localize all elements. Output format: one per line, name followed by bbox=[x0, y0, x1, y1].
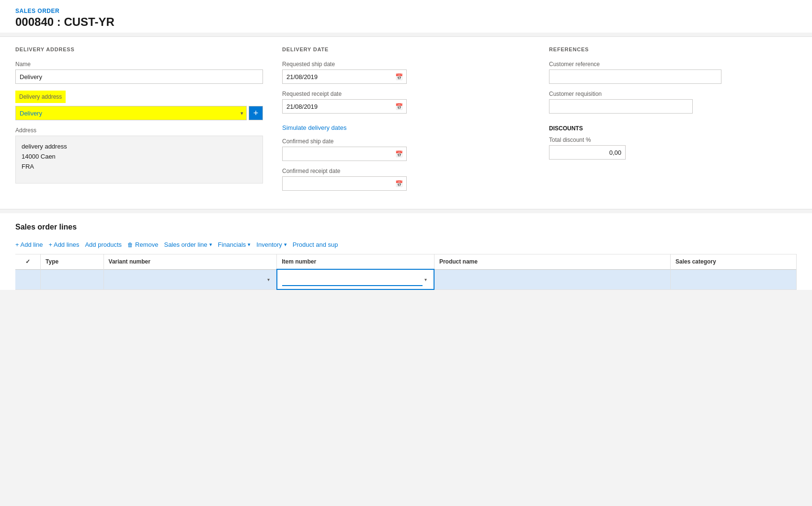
customer-reference-input[interactable] bbox=[549, 69, 721, 84]
sales-category-input[interactable] bbox=[675, 273, 791, 286]
delivery-address-field-group: Delivery address Delivery ▾ + bbox=[15, 91, 263, 120]
confirmed-receipt-label: Confirmed receipt date bbox=[282, 168, 530, 174]
remove-button[interactable]: 🗑 Remove bbox=[127, 239, 164, 250]
order-lines-table: ✓ Type Variant number Item number Produc… bbox=[15, 254, 797, 290]
form-columns: DELIVERY ADDRESS Name Delivery address D… bbox=[15, 46, 797, 197]
order-lines-heading: Sales order lines bbox=[15, 223, 797, 231]
col-type: Type bbox=[41, 254, 103, 269]
sales-order-line-chevron-icon: ▾ bbox=[209, 242, 212, 248]
page-header: SALES ORDER 000840 : CUST-YR bbox=[0, 0, 812, 33]
order-title: 000840 : CUST-YR bbox=[15, 15, 797, 29]
confirmed-ship-date-input[interactable] bbox=[283, 150, 392, 158]
add-products-button[interactable]: Add products bbox=[85, 239, 127, 250]
inventory-chevron-icon: ▾ bbox=[284, 242, 287, 248]
table-wrapper: ✓ Type Variant number Item number Produc… bbox=[15, 254, 797, 290]
financials-button[interactable]: Financials ▾ bbox=[218, 239, 257, 250]
requested-receipt-label: Requested receipt date bbox=[282, 91, 530, 97]
delivery-address-highlight-label: Delivery address bbox=[15, 91, 66, 103]
delivery-address-selected: Delivery bbox=[20, 110, 42, 117]
requested-receipt-date-wrapper: 📅 bbox=[282, 99, 407, 114]
requested-ship-label: Requested ship date bbox=[282, 61, 530, 68]
module-label: SALES ORDER bbox=[15, 8, 797, 14]
row-product-name-cell[interactable] bbox=[434, 269, 670, 289]
add-delivery-address-button[interactable]: + bbox=[249, 106, 263, 120]
item-number-dropdown-wrapper: ▾ bbox=[282, 273, 429, 286]
requested-receipt-field-group: Requested receipt date 📅 bbox=[282, 91, 530, 114]
references-col: REFERENCES Customer reference Customer r… bbox=[549, 46, 797, 197]
delivery-address-heading: DELIVERY ADDRESS bbox=[15, 46, 263, 54]
col-sales-category: Sales category bbox=[670, 254, 796, 269]
form-section: DELIVERY ADDRESS Name Delivery address D… bbox=[0, 36, 812, 209]
item-number-dropdown-btn[interactable]: ▾ bbox=[423, 277, 429, 282]
financials-chevron-icon: ▾ bbox=[248, 242, 251, 248]
customer-reference-label: Customer reference bbox=[549, 61, 797, 68]
requested-ship-field-group: Requested ship date 📅 bbox=[282, 61, 530, 84]
name-input[interactable] bbox=[15, 69, 263, 84]
col-product-name: Product name bbox=[434, 254, 670, 269]
trash-icon: 🗑 bbox=[127, 242, 133, 248]
confirmed-ship-label: Confirmed ship date bbox=[282, 138, 530, 145]
requested-receipt-calendar-icon[interactable]: 📅 bbox=[392, 99, 406, 114]
product-name-input[interactable] bbox=[439, 273, 665, 286]
total-discount-field-group: Total discount % bbox=[549, 137, 797, 160]
discounts-heading: DISCOUNTS bbox=[549, 125, 797, 132]
requested-ship-date-wrapper: 📅 bbox=[282, 69, 407, 84]
row-sales-category-cell[interactable] bbox=[670, 269, 796, 289]
variant-dropdown-btn[interactable]: ▾ bbox=[265, 277, 272, 282]
table-row: ▾ ▾ bbox=[15, 269, 797, 289]
row-item-number-cell[interactable]: ▾ bbox=[277, 269, 435, 289]
total-discount-label: Total discount % bbox=[549, 137, 797, 143]
confirmed-ship-field-group: Confirmed ship date 📅 bbox=[282, 138, 530, 161]
customer-requisition-label: Customer requisition bbox=[549, 91, 797, 97]
requested-receipt-date-input[interactable] bbox=[283, 103, 392, 110]
table-header-row: ✓ Type Variant number Item number Produc… bbox=[15, 254, 797, 269]
delivery-date-col: DELIVERY DATE Requested ship date 📅 Requ… bbox=[282, 46, 530, 197]
delivery-address-col: DELIVERY ADDRESS Name Delivery address D… bbox=[15, 46, 263, 197]
customer-requisition-field-group: Customer requisition bbox=[549, 91, 797, 114]
address-field-group: Address delivery address 14000 Caen FRA bbox=[15, 127, 263, 184]
row-variant-cell[interactable]: ▾ bbox=[103, 269, 277, 289]
confirmed-ship-date-wrapper: 📅 bbox=[282, 147, 407, 161]
dropdown-chevron-icon[interactable]: ▾ bbox=[240, 110, 243, 116]
inventory-button[interactable]: Inventory ▾ bbox=[256, 239, 292, 250]
total-discount-input[interactable] bbox=[549, 145, 626, 160]
delivery-date-heading: DELIVERY DATE bbox=[282, 46, 530, 54]
discounts-section: DISCOUNTS Total discount % bbox=[549, 125, 797, 160]
sales-order-line-button[interactable]: Sales order line ▾ bbox=[164, 239, 217, 250]
customer-requisition-input[interactable] bbox=[549, 99, 693, 114]
confirmed-receipt-field-group: Confirmed receipt date 📅 bbox=[282, 168, 530, 191]
type-input[interactable] bbox=[46, 273, 98, 286]
col-check: ✓ bbox=[15, 254, 41, 269]
add-lines-button[interactable]: + Add lines bbox=[48, 239, 85, 250]
requested-ship-calendar-icon[interactable]: 📅 bbox=[392, 69, 406, 84]
address-line3: FRA bbox=[22, 162, 257, 172]
variant-dropdown-wrapper: ▾ bbox=[109, 273, 272, 286]
variant-input[interactable] bbox=[109, 273, 265, 286]
order-lines-section: Sales order lines + Add line + Add lines… bbox=[0, 213, 812, 290]
add-line-button[interactable]: + Add line bbox=[15, 239, 48, 250]
confirmed-receipt-calendar-icon[interactable]: 📅 bbox=[392, 176, 406, 191]
references-heading: REFERENCES bbox=[549, 46, 797, 54]
confirmed-ship-calendar-icon[interactable]: 📅 bbox=[392, 147, 406, 161]
col-item-number: Item number bbox=[277, 254, 435, 269]
product-and-sup-button[interactable]: Product and sup bbox=[293, 239, 344, 250]
toolbar: + Add line + Add lines Add products 🗑 Re… bbox=[15, 239, 797, 254]
confirmed-receipt-date-input[interactable] bbox=[283, 180, 392, 187]
address-line2: 14000 Caen bbox=[22, 152, 257, 162]
col-variant-number: Variant number bbox=[103, 254, 277, 269]
customer-reference-field-group: Customer reference bbox=[549, 61, 797, 84]
address-line1: delivery address bbox=[22, 142, 257, 152]
delivery-address-dropdown-row: Delivery ▾ + bbox=[15, 106, 263, 120]
requested-ship-date-input[interactable] bbox=[283, 73, 392, 80]
confirmed-receipt-date-wrapper: 📅 bbox=[282, 176, 407, 191]
address-label: Address bbox=[15, 127, 263, 134]
item-number-input[interactable] bbox=[282, 273, 423, 286]
row-check-cell bbox=[15, 269, 41, 289]
name-field-group: Name bbox=[15, 61, 263, 84]
simulate-delivery-dates-link[interactable]: Simulate delivery dates bbox=[282, 124, 346, 131]
name-label: Name bbox=[15, 61, 263, 68]
row-type-cell[interactable] bbox=[41, 269, 103, 289]
address-box: delivery address 14000 Caen FRA bbox=[15, 136, 263, 184]
